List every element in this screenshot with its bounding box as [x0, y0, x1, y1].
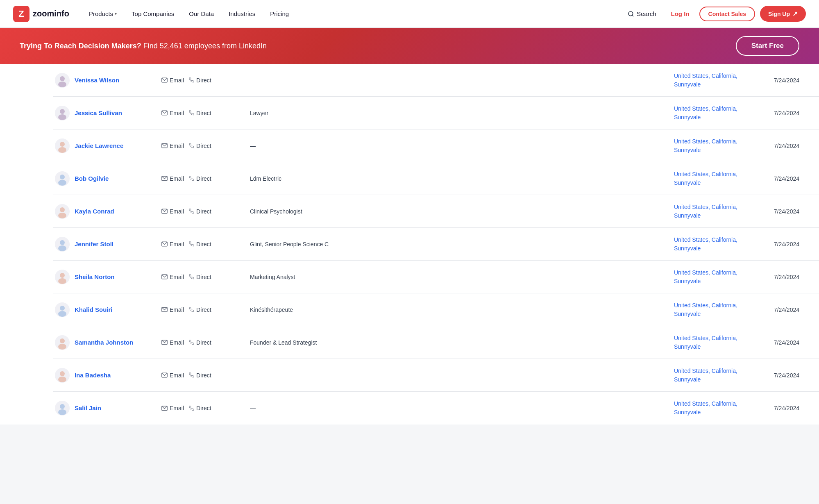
location-col: United States, California,Sunnyvale — [674, 367, 764, 384]
email-item[interactable]: Email — [161, 339, 184, 346]
email-item[interactable]: Email — [161, 306, 184, 313]
location-link[interactable]: United States, California,Sunnyvale — [674, 204, 737, 219]
email-icon — [161, 340, 168, 345]
email-item[interactable]: Email — [161, 274, 184, 280]
country-link[interactable]: United States, California, — [674, 236, 737, 243]
svg-point-35 — [60, 338, 65, 343]
phone-item[interactable]: Direct — [189, 110, 211, 116]
start-free-button[interactable]: Start Free — [736, 36, 799, 56]
person-name-col: Bob Ogilvie — [71, 175, 161, 182]
country-link[interactable]: United States, California, — [674, 138, 737, 145]
phone-item[interactable]: Direct — [189, 372, 211, 379]
city-link[interactable]: Sunnyvale — [674, 212, 701, 219]
city-link[interactable]: Sunnyvale — [674, 114, 701, 120]
city-link[interactable]: Sunnyvale — [674, 245, 701, 252]
email-item[interactable]: Email — [161, 175, 184, 182]
contact-sales-button[interactable]: Contact Sales — [699, 7, 755, 21]
phone-item[interactable]: Direct — [189, 208, 211, 215]
country-link[interactable]: United States, California, — [674, 171, 737, 177]
svg-point-39 — [60, 371, 65, 376]
person-name-col: Jessica Sullivan — [71, 109, 161, 117]
logo-icon: Z — [13, 6, 29, 22]
search-button[interactable]: Search — [623, 7, 661, 20]
location-link[interactable]: United States, California,Sunnyvale — [674, 171, 737, 186]
svg-point-3 — [60, 76, 65, 81]
email-item[interactable]: Email — [161, 208, 184, 215]
email-item[interactable]: Email — [161, 372, 184, 379]
city-link[interactable]: Sunnyvale — [674, 311, 701, 317]
city-link[interactable]: Sunnyvale — [674, 343, 701, 350]
login-button[interactable]: Log In — [666, 7, 694, 20]
phone-item[interactable]: Direct — [189, 143, 211, 149]
location-link[interactable]: United States, California,Sunnyvale — [674, 400, 737, 415]
city-link[interactable]: Sunnyvale — [674, 409, 701, 415]
email-item[interactable]: Email — [161, 110, 184, 116]
city-link[interactable]: Sunnyvale — [674, 278, 701, 284]
svg-point-12 — [58, 147, 66, 153]
email-icon — [161, 143, 168, 148]
email-item[interactable]: Email — [161, 77, 184, 84]
person-name-link[interactable]: Salil Jain — [75, 404, 101, 411]
email-item[interactable]: Email — [161, 405, 184, 411]
person-name-link[interactable]: Khalid Souiri — [75, 306, 113, 313]
contact-col: Email Direct — [161, 372, 243, 379]
country-link[interactable]: United States, California, — [674, 335, 737, 341]
location-link[interactable]: United States, California,Sunnyvale — [674, 138, 737, 153]
nav-link-pricing[interactable]: Pricing — [263, 7, 295, 20]
phone-item[interactable]: Direct — [189, 339, 211, 346]
person-name-link[interactable]: Samantha Johnston — [75, 339, 133, 346]
location-link[interactable]: United States, California,Sunnyvale — [674, 236, 737, 252]
email-item[interactable]: Email — [161, 241, 184, 247]
avatar — [53, 73, 71, 88]
svg-point-28 — [58, 278, 66, 284]
phone-label: Direct — [196, 241, 211, 247]
contact-col: Email Direct — [161, 405, 243, 411]
svg-point-27 — [60, 273, 65, 278]
date-col: 7/24/2024 — [764, 143, 809, 149]
location-link[interactable]: United States, California,Sunnyvale — [674, 73, 737, 88]
contacts-table: Venissa Wilson Email Direct — United Sta… — [0, 64, 819, 425]
person-name-link[interactable]: Jessica Sullivan — [75, 109, 122, 116]
location-link[interactable]: United States, California,Sunnyvale — [674, 269, 737, 284]
email-item[interactable]: Email — [161, 143, 184, 149]
person-name-link[interactable]: Jennifer Stoll — [75, 241, 113, 247]
signup-button[interactable]: Sign Up ↗ — [760, 6, 806, 22]
location-link[interactable]: United States, California,Sunnyvale — [674, 302, 737, 317]
phone-item[interactable]: Direct — [189, 274, 211, 280]
city-link[interactable]: Sunnyvale — [674, 179, 701, 186]
nav-link-top-companies[interactable]: Top Companies — [125, 7, 181, 20]
country-link[interactable]: United States, California, — [674, 105, 737, 112]
city-link[interactable]: Sunnyvale — [674, 376, 701, 383]
contact-col: Email Direct — [161, 77, 243, 84]
phone-item[interactable]: Direct — [189, 175, 211, 182]
country-link[interactable]: United States, California, — [674, 204, 737, 210]
phone-item[interactable]: Direct — [189, 241, 211, 247]
email-label: Email — [170, 372, 184, 379]
city-link[interactable]: Sunnyvale — [674, 147, 701, 153]
person-name-link[interactable]: Ina Badesha — [75, 372, 111, 379]
city-link[interactable]: Sunnyvale — [674, 81, 701, 88]
person-name-link[interactable]: Venissa Wilson — [75, 77, 119, 84]
country-link[interactable]: United States, California, — [674, 368, 737, 374]
person-name-link[interactable]: Jackie Lawrence — [75, 142, 123, 149]
email-icon — [161, 209, 168, 214]
nav-link-industries[interactable]: Industries — [222, 7, 262, 20]
location-link[interactable]: United States, California,Sunnyvale — [674, 368, 737, 383]
avatar-icon — [55, 73, 70, 88]
phone-item[interactable]: Direct — [189, 77, 211, 84]
location-link[interactable]: United States, California,Sunnyvale — [674, 335, 737, 350]
country-link[interactable]: United States, California, — [674, 73, 737, 79]
phone-item[interactable]: Direct — [189, 306, 211, 313]
person-name-link[interactable]: Bob Ogilvie — [75, 175, 109, 182]
person-name-link[interactable]: Sheila Norton — [75, 273, 115, 280]
phone-item[interactable]: Direct — [189, 405, 211, 411]
nav-link-our-data[interactable]: Our Data — [182, 7, 220, 20]
person-name-link[interactable]: Kayla Conrad — [75, 208, 114, 215]
nav-link-products[interactable]: Products▾ — [82, 7, 123, 20]
logo[interactable]: Z zoominfo — [13, 6, 69, 22]
location-link[interactable]: United States, California,Sunnyvale — [674, 105, 737, 120]
country-link[interactable]: United States, California, — [674, 302, 737, 309]
country-link[interactable]: United States, California, — [674, 269, 737, 276]
title-col: Clinical Psychologist — [243, 208, 674, 215]
country-link[interactable]: United States, California, — [674, 400, 737, 407]
